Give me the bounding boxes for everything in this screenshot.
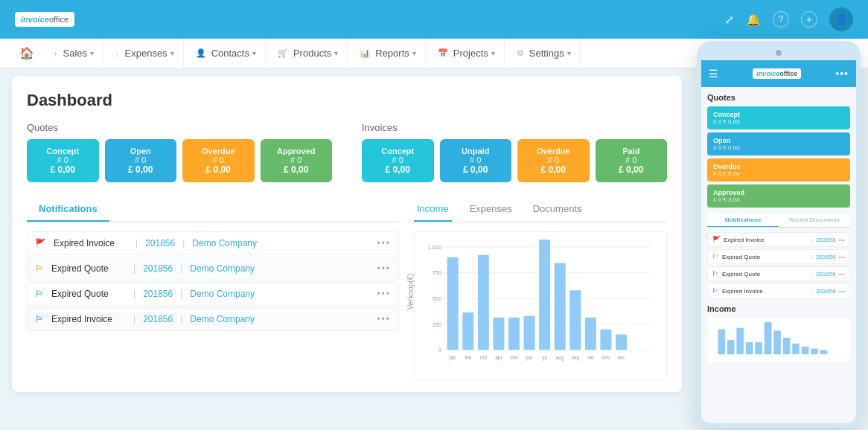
mobile-tab-recent-docs[interactable]: Recent Documents	[779, 214, 850, 227]
mobile-notif-list: 🚩 Expired Invoice | 201856 ••• 🏳 Expired…	[707, 232, 850, 298]
invoices-cards: Concept # 0 £ 0,00 Unpaid # 0 £ 0,00 Ove…	[362, 139, 667, 182]
svg-rect-10	[447, 257, 459, 350]
tab-expenses[interactable]: Expenses	[467, 197, 515, 222]
nav-contacts[interactable]: 👤 Contacts ▾	[187, 39, 266, 68]
invoice-concept-count: # 0	[368, 155, 428, 164]
avatar[interactable]: 👤	[829, 7, 853, 31]
quote-overdue-card[interactable]: Overdue # 0 £ 0,00	[182, 139, 255, 182]
notif-company-1[interactable]: Demo Company	[190, 263, 255, 274]
add-icon[interactable]: +	[801, 11, 817, 28]
mobile-chart-svg	[712, 322, 846, 358]
mobile-card-concept-details: # 0 € 0,00	[713, 118, 844, 125]
svg-rect-17	[555, 263, 566, 350]
mobile-notif-3: 🏳 Expired Invoice | 201856 •••	[707, 283, 850, 298]
notif-type-0: Expired Invoice	[54, 238, 128, 248]
quote-concept-card[interactable]: Concept # 0 £ 0,00	[27, 139, 99, 182]
quote-open-name: Open	[111, 147, 171, 155]
invoice-unpaid-name: Unpaid	[446, 147, 506, 155]
tab-documents[interactable]: Documents	[530, 197, 585, 222]
avatar-icon-symbol: 👤	[835, 13, 848, 25]
stats-section: Quotes Concept # 0 £ 0,00 Open # 0 £ 0,0…	[27, 122, 667, 182]
help-icon[interactable]: ?	[773, 11, 789, 28]
bell-icon[interactable]: 🔔	[746, 13, 761, 27]
quote-approved-card[interactable]: Approved # 0 £ 0,00	[261, 139, 333, 182]
mobile-notif-type-1: Expired Quote	[722, 254, 808, 260]
expenses-arrow: ↓	[115, 49, 120, 58]
reports-icon: 📊	[360, 48, 370, 58]
notif-dots-1[interactable]: •••	[377, 263, 391, 274]
notif-id-3[interactable]: 201856	[143, 314, 173, 324]
notif-id-1[interactable]: 201856	[143, 263, 173, 274]
nav-products[interactable]: 🛒 Products ▾	[269, 39, 348, 68]
invoice-paid-name: Paid	[601, 147, 662, 155]
quotes-group: Quotes Concept # 0 £ 0,00 Open # 0 £ 0,0…	[27, 122, 332, 182]
quote-approved-amount: £ 0,00	[267, 164, 327, 175]
mobile-card-open-details: # 0 € 0,00	[713, 144, 844, 151]
svg-text:750: 750	[433, 269, 441, 276]
chart-svg: 1.000 750 500 250 0	[422, 240, 659, 372]
mobile-card-approved[interactable]: Approved # 0 € 3,00	[707, 184, 850, 208]
mobile-notif-type-0: Expired Invoice	[724, 237, 808, 243]
nav-reports-label: Reports	[375, 48, 409, 59]
nav-home[interactable]: 🏠	[12, 46, 42, 60]
mobile-card-concept[interactable]: Concept # 0 € 0,00	[707, 106, 850, 129]
svg-text:250: 250	[433, 321, 441, 327]
notif-dots-3[interactable]: •••	[377, 314, 391, 324]
flag-icon-3: 🏳	[35, 314, 44, 324]
notif-company-3[interactable]: Demo Company	[190, 314, 255, 324]
svg-rect-18	[569, 290, 581, 350]
tab-notifications[interactable]: Notifications	[27, 197, 109, 222]
logo[interactable]: invoice office	[15, 12, 74, 27]
mobile-card-overdue[interactable]: Overdue # 0 € 0,00	[707, 158, 850, 182]
svg-text:apr: apr	[495, 355, 502, 361]
mobile-card-overdue-details: # 0 € 0,00	[713, 170, 844, 177]
invoice-concept-card[interactable]: Concept # 0 £ 0,00	[362, 139, 434, 182]
notif-dots-2[interactable]: •••	[377, 289, 391, 299]
nav-sales[interactable]: ↑ Sales ▾	[45, 39, 103, 68]
tab-income[interactable]: Income	[414, 197, 452, 222]
svg-rect-42	[792, 344, 800, 354]
nav-reports[interactable]: 📊 Reports ▾	[351, 39, 426, 68]
svg-rect-21	[616, 335, 627, 350]
nav-projects[interactable]: 📅 Projects ▾	[429, 39, 505, 68]
svg-rect-41	[783, 338, 791, 354]
mobile-tabs: Notifications Recent Documents	[707, 214, 850, 228]
mobile-card-open[interactable]: Open # 0 € 0,00	[707, 132, 850, 155]
mobile-notif-dots-3[interactable]: •••	[839, 288, 845, 295]
products-chevron: ▾	[334, 49, 338, 57]
fullscreen-icon[interactable]: ⤢	[724, 13, 734, 27]
quote-open-amount: £ 0,00	[111, 164, 171, 175]
mobile-notif-id-1[interactable]: 201856	[816, 254, 836, 260]
mobile-notif-dots-2[interactable]: •••	[839, 271, 845, 277]
mobile-notif-0: 🚩 Expired Invoice | 201856 •••	[707, 232, 850, 247]
invoice-unpaid-card[interactable]: Unpaid # 0 £ 0,00	[440, 139, 512, 182]
mobile-chart-area	[707, 318, 850, 362]
mobile-notif-id-2[interactable]: 201856	[816, 271, 836, 277]
notif-id-0[interactable]: 201856	[145, 238, 175, 248]
logo-invoice: invoice	[21, 15, 49, 24]
invoice-paid-card[interactable]: Paid # 0 £ 0,00	[596, 139, 668, 182]
notif-company-0[interactable]: Demo Company	[192, 238, 257, 248]
mobile-notif-id-3[interactable]: 201856	[816, 288, 836, 295]
table-row: 🏳 Expired Quote | 201856 | Demo Company …	[27, 282, 399, 306]
mobile-notif-id-0[interactable]: 201856	[816, 237, 836, 243]
mobile-tab-notifications[interactable]: Notifications	[707, 214, 779, 227]
svg-rect-37	[746, 342, 753, 354]
invoice-concept-amount: £ 0,00	[368, 164, 428, 175]
mobile-more-icon[interactable]: •••	[835, 68, 849, 80]
mobile-notif-dots-1[interactable]: •••	[839, 254, 845, 260]
quote-open-card[interactable]: Open # 0 £ 0,00	[105, 139, 177, 182]
invoice-overdue-card[interactable]: Overdue # 0 £ 0,00	[517, 139, 590, 182]
svg-rect-20	[600, 330, 611, 350]
notif-company-2[interactable]: Demo Company	[190, 289, 255, 299]
mobile-menu-icon[interactable]: ☰	[709, 68, 718, 80]
mobile-flag-2: 🏳	[712, 270, 719, 277]
notif-dots-0[interactable]: •••	[377, 238, 391, 248]
mobile-notif-dots-0[interactable]: •••	[839, 237, 845, 243]
nav-settings[interactable]: ⚙ Settings ▾	[508, 39, 581, 68]
table-row: 🏳 Expired Invoice | 201856 | Demo Compan…	[27, 307, 399, 331]
svg-text:feb: feb	[465, 355, 471, 360]
notif-id-2[interactable]: 201856	[143, 289, 173, 299]
svg-rect-35	[727, 340, 735, 354]
nav-expenses[interactable]: ↓ Expenses ▾	[106, 39, 184, 68]
